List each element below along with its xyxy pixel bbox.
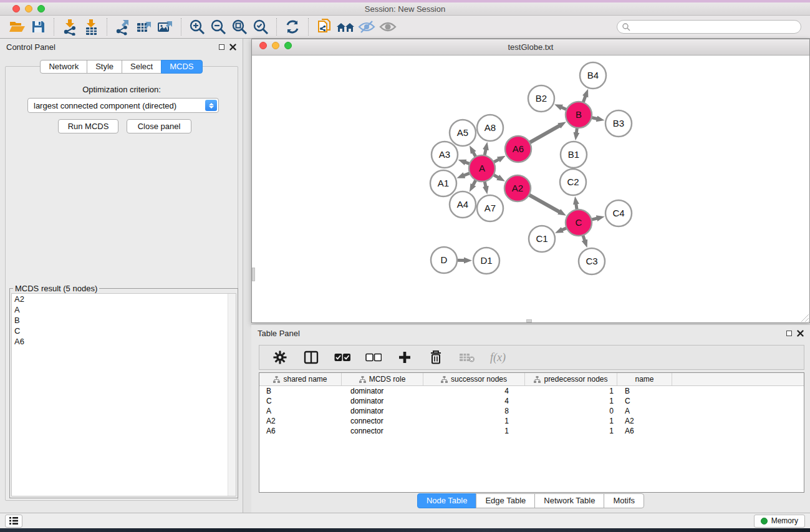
result-scrollbar[interactable] [228, 294, 236, 496]
import-table-button[interactable] [80, 17, 102, 36]
column-header-name[interactable]: name [617, 373, 672, 385]
control-panel-tab-network[interactable]: Network [40, 60, 87, 74]
export-image-button[interactable] [155, 17, 176, 36]
import-network-button[interactable] [59, 17, 80, 36]
delete-table-button[interactable] [459, 349, 475, 365]
table-tab-node-table[interactable]: Node Table [417, 493, 477, 508]
zoom-in-button[interactable] [186, 17, 208, 36]
graph-node-B2[interactable]: B2 [528, 85, 554, 112]
select-all-columns-button[interactable] [334, 349, 350, 365]
export-network-button[interactable] [112, 17, 133, 36]
column-header-successor-nodes[interactable]: successor nodes [423, 373, 525, 385]
zoom-window-button[interactable] [37, 5, 45, 12]
table-row[interactable]: A6connector11A6 [259, 426, 804, 436]
table-row[interactable]: Adominator80A [259, 406, 804, 416]
graph-node-A4[interactable]: A4 [450, 191, 476, 218]
graph-node-B[interactable]: B [566, 102, 592, 128]
edge-A2-C[interactable] [528, 194, 561, 212]
zoom-selected-button[interactable] [250, 17, 271, 36]
column-header-MCDS-role[interactable]: MCDS role [342, 373, 423, 385]
graph-node-C3[interactable]: C3 [579, 248, 605, 274]
control-panel-tab-select[interactable]: Select [122, 60, 162, 74]
close-table-panel-icon[interactable] [797, 330, 804, 337]
graph-node-C[interactable]: C [566, 210, 592, 236]
first-neighbors-button[interactable] [335, 17, 356, 36]
save-session-button[interactable] [27, 17, 49, 36]
control-panel-tab-mcds[interactable]: MCDS [161, 60, 202, 74]
graph-node-A2[interactable]: A2 [504, 175, 531, 201]
table-tab-motifs[interactable]: Motifs [604, 493, 644, 508]
mcds-result-item[interactable]: A2 [12, 294, 236, 304]
close-panel-icon[interactable] [229, 44, 236, 51]
float-table-panel-icon[interactable] [786, 331, 792, 336]
close-panel-button[interactable]: Close panel [127, 119, 191, 133]
minimize-window-button[interactable] [25, 5, 32, 12]
mcds-result-item[interactable]: C [12, 326, 236, 336]
show-all-button[interactable] [377, 17, 398, 36]
memory-button[interactable]: Memory [754, 515, 805, 528]
column-header-predecessor-nodes[interactable]: predecessor nodes [525, 373, 617, 385]
graph-node-A5[interactable]: A5 [450, 120, 476, 146]
control-panel-header: Control Panel [0, 39, 243, 55]
table-tab-edge-table[interactable]: Edge Table [476, 493, 535, 508]
minimize-network-button[interactable] [272, 42, 279, 49]
graph-node-B4[interactable]: B4 [580, 62, 606, 89]
table-row[interactable]: A2connector11A2 [259, 416, 804, 426]
network-canvas[interactable]: AA1A2A3A4A5A6A7A8BB1B2B3B4CC1C2C3C4DD1 [252, 56, 809, 322]
canvas-horizontal-scroll-thumb[interactable] [526, 319, 532, 322]
task-history-button[interactable] [5, 515, 22, 528]
graph-node-A8[interactable]: A8 [477, 115, 503, 141]
table-row[interactable]: Bdominator41B [259, 386, 804, 396]
refresh-button[interactable] [282, 17, 303, 36]
column-panel-button[interactable] [303, 349, 319, 365]
mcds-result-list[interactable]: A2ABCA6 [11, 293, 236, 496]
criterion-dropdown[interactable]: largest connected component (directed) [27, 98, 219, 113]
mcds-result-item[interactable]: A6 [12, 336, 236, 347]
graph-node-A3[interactable]: A3 [432, 142, 458, 168]
table-row[interactable]: Cdominator41C [259, 396, 804, 406]
zoom-fit-button[interactable] [229, 17, 250, 36]
network-window-titlebar[interactable]: testGlobe.txt [252, 39, 809, 56]
table-settings-button[interactable] [272, 349, 288, 365]
task-list-icon [9, 516, 19, 525]
graph-node-D1[interactable]: D1 [473, 248, 499, 274]
graph-node-D[interactable]: D [431, 247, 457, 273]
close-network-button[interactable] [259, 42, 267, 49]
function-builder-button[interactable]: f(x) [490, 351, 506, 364]
column-header-shared-name[interactable]: shared name [259, 373, 342, 385]
network-graph[interactable]: AA1A2A3A4A5A6A7A8BB1B2B3B4CC1C2C3C4DD1 [252, 56, 809, 322]
float-panel-icon[interactable] [219, 44, 224, 50]
toolbar-separator [181, 18, 181, 36]
graph-node-B1[interactable]: B1 [561, 142, 587, 168]
canvas-vertical-scroll-thumb[interactable] [252, 268, 255, 281]
graph-node-A6[interactable]: A6 [505, 136, 531, 162]
hide-selected-button[interactable] [356, 17, 377, 36]
create-column-button[interactable] [397, 349, 413, 365]
graph-node-A1[interactable]: A1 [430, 170, 456, 196]
graph-node-C2[interactable]: C2 [560, 169, 586, 195]
graph-node-C4[interactable]: C4 [605, 200, 632, 226]
plus-icon [398, 351, 411, 364]
control-panel-tab-style[interactable]: Style [87, 60, 122, 74]
export-table-button[interactable] [133, 17, 155, 36]
graph-node-C1[interactable]: C1 [529, 226, 555, 252]
graph-node-A[interactable]: A [469, 155, 495, 181]
zoom-out-button[interactable] [208, 17, 229, 36]
open-session-button[interactable] [6, 17, 27, 36]
clone-network-button[interactable] [314, 17, 335, 36]
table-header-row: shared nameMCDS rolesuccessor nodesprede… [259, 373, 804, 386]
unselect-all-columns-button[interactable] [365, 349, 382, 365]
zoom-network-button[interactable] [284, 42, 292, 49]
table-cell: A6 [617, 427, 672, 435]
table-tab-network-table[interactable]: Network Table [534, 493, 604, 508]
delete-column-button[interactable] [428, 349, 444, 365]
toolbar-separator [107, 18, 107, 36]
graph-node-B3[interactable]: B3 [605, 110, 632, 137]
mcds-result-item[interactable]: A [12, 304, 236, 315]
mcds-result-item[interactable]: B [12, 315, 236, 326]
edge-A6-B[interactable] [529, 125, 561, 143]
graph-node-A7[interactable]: A7 [477, 195, 503, 221]
close-window-button[interactable] [12, 5, 20, 12]
run-mcds-button[interactable]: Run MCDS [58, 119, 118, 133]
search-field[interactable] [617, 20, 801, 34]
